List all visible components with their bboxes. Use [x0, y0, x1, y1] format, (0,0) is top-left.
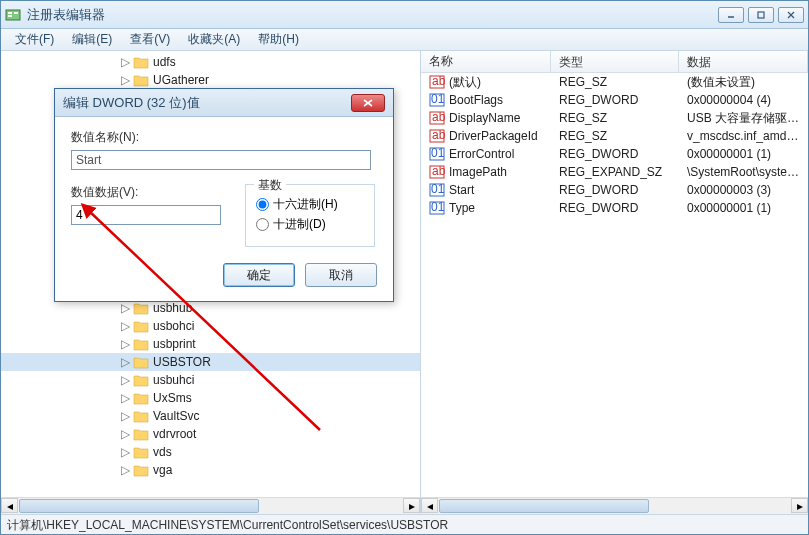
maximize-button[interactable]	[748, 7, 774, 23]
tree-item-vaultsvc[interactable]: ▷VaultSvc	[1, 407, 420, 425]
svg-rect-1	[8, 12, 12, 14]
cell-name: 011BootFlags	[421, 93, 551, 107]
cell-type: REG_DWORD	[551, 201, 679, 215]
cancel-button[interactable]: 取消	[305, 263, 377, 287]
edit-dword-dialog: 编辑 DWORD (32 位)值 数值名称(N): 数值数据(V): 基数 十六…	[54, 88, 394, 302]
tree-item-label: UGatherer	[153, 73, 209, 87]
tree-item-label: vds	[153, 445, 172, 459]
scroll-right-icon[interactable]: ▸	[403, 498, 420, 513]
tree-item-vds[interactable]: ▷vds	[1, 443, 420, 461]
list-hscroll[interactable]: ◂ ▸	[421, 497, 808, 514]
svg-text:ab: ab	[432, 111, 445, 124]
svg-rect-2	[8, 15, 12, 17]
tree-item-uxsms[interactable]: ▷UxSms	[1, 389, 420, 407]
value-row[interactable]: 011ErrorControlREG_DWORD0x00000001 (1)	[421, 145, 808, 163]
window-buttons	[718, 7, 804, 23]
expander-icon[interactable]: ▷	[119, 320, 131, 332]
expander-icon[interactable]: ▷	[119, 356, 131, 368]
tree-item-label: usbohci	[153, 319, 194, 333]
tree-item-usbstor[interactable]: ▷USBSTOR	[1, 353, 420, 371]
radio-hex[interactable]: 十六进制(H)	[256, 196, 364, 213]
col-type[interactable]: 类型	[551, 51, 679, 72]
tree-item-udfs[interactable]: ▷udfs	[1, 53, 420, 71]
expander-icon[interactable]: ▷	[119, 410, 131, 422]
list-header: 名称 类型 数据	[421, 51, 808, 73]
menu-favorites[interactable]: 收藏夹(A)	[180, 29, 248, 50]
tree-item-vdrvroot[interactable]: ▷vdrvroot	[1, 425, 420, 443]
col-name[interactable]: 名称	[421, 51, 551, 72]
expander-icon[interactable]: ▷	[119, 74, 131, 86]
titlebar: 注册表编辑器	[1, 1, 808, 29]
svg-text:011: 011	[431, 93, 445, 106]
tree-hscroll[interactable]: ◂ ▸	[1, 497, 420, 514]
tree-item-label: usbuhci	[153, 373, 194, 387]
dialog-body: 数值名称(N): 数值数据(V): 基数 十六进制(H) 十进制(D) 确定	[55, 117, 393, 301]
radio-hex-input[interactable]	[256, 198, 269, 211]
value-row[interactable]: abDisplayNameREG_SZUSB 大容量存储驱动程序	[421, 109, 808, 127]
cell-data: USB 大容量存储驱动程序	[679, 110, 808, 127]
value-row[interactable]: 011StartREG_DWORD0x00000003 (3)	[421, 181, 808, 199]
expander-icon[interactable]: ▷	[119, 446, 131, 458]
cell-type: REG_DWORD	[551, 183, 679, 197]
radio-dec[interactable]: 十进制(D)	[256, 216, 364, 233]
svg-text:011: 011	[431, 147, 445, 160]
tree-item-label: usbprint	[153, 337, 196, 351]
close-button[interactable]	[778, 7, 804, 23]
cell-data: \SystemRoot\system32	[679, 165, 808, 179]
menu-file[interactable]: 文件(F)	[7, 29, 62, 50]
tree-item-ugatherer[interactable]: ▷UGatherer	[1, 71, 420, 89]
tree-item-vga[interactable]: ▷vga	[1, 461, 420, 479]
svg-rect-5	[758, 12, 764, 18]
menu-edit[interactable]: 编辑(E)	[64, 29, 120, 50]
col-data[interactable]: 数据	[679, 51, 808, 72]
scroll-thumb[interactable]	[19, 499, 259, 513]
menu-help[interactable]: 帮助(H)	[250, 29, 307, 50]
value-data-field[interactable]	[71, 205, 221, 225]
expander-icon[interactable]: ▷	[119, 464, 131, 476]
scroll-right-icon[interactable]: ▸	[791, 498, 808, 513]
ok-button[interactable]: 确定	[223, 263, 295, 287]
cell-type: REG_EXPAND_SZ	[551, 165, 679, 179]
tree-item-label: UxSms	[153, 391, 192, 405]
value-row[interactable]: abImagePathREG_EXPAND_SZ\SystemRoot\syst…	[421, 163, 808, 181]
expander-icon[interactable]: ▷	[119, 302, 131, 314]
minimize-button[interactable]	[718, 7, 744, 23]
dialog-close-button[interactable]	[351, 94, 385, 112]
cell-name: abDriverPackageId	[421, 129, 551, 143]
value-row[interactable]: 011BootFlagsREG_DWORD0x00000004 (4)	[421, 91, 808, 109]
tree-item-label: vdrvroot	[153, 427, 196, 441]
value-data-label: 数值数据(V):	[71, 184, 221, 201]
tree-item-usbohci[interactable]: ▷usbohci	[1, 317, 420, 335]
tree-item-usbprint[interactable]: ▷usbprint	[1, 335, 420, 353]
value-name-label: 数值名称(N):	[71, 129, 377, 146]
value-row[interactable]: abDriverPackageIdREG_SZv_mscdsc.inf_amd6…	[421, 127, 808, 145]
scroll-left-icon[interactable]: ◂	[421, 498, 438, 513]
expander-icon[interactable]: ▷	[119, 428, 131, 440]
menu-view[interactable]: 查看(V)	[122, 29, 178, 50]
statusbar: 计算机\HKEY_LOCAL_MACHINE\SYSTEM\CurrentCon…	[1, 514, 808, 534]
expander-icon[interactable]: ▷	[119, 338, 131, 350]
scroll-left-icon[interactable]: ◂	[1, 498, 18, 513]
value-name-field[interactable]	[71, 150, 371, 170]
value-row[interactable]: 011TypeREG_DWORD0x00000001 (1)	[421, 199, 808, 217]
radio-dec-input[interactable]	[256, 218, 269, 231]
tree-item-usbuhci[interactable]: ▷usbuhci	[1, 371, 420, 389]
expander-icon[interactable]: ▷	[119, 374, 131, 386]
cell-name: abImagePath	[421, 165, 551, 179]
tree-item-label: usbhub	[153, 301, 192, 315]
menubar: 文件(F) 编辑(E) 查看(V) 收藏夹(A) 帮助(H)	[1, 29, 808, 51]
expander-icon[interactable]: ▷	[119, 56, 131, 68]
expander-icon[interactable]: ▷	[119, 392, 131, 404]
cell-data: 0x00000003 (3)	[679, 183, 808, 197]
tree-item-label: vga	[153, 463, 172, 477]
value-row[interactable]: ab(默认)REG_SZ(数值未设置)	[421, 73, 808, 91]
scroll-thumb[interactable]	[439, 499, 649, 513]
list-body[interactable]: ab(默认)REG_SZ(数值未设置)011BootFlagsREG_DWORD…	[421, 73, 808, 497]
cell-data: 0x00000001 (1)	[679, 147, 808, 161]
radio-dec-label: 十进制(D)	[273, 216, 326, 233]
dialog-title: 编辑 DWORD (32 位)值	[63, 94, 351, 112]
tree-item-label: udfs	[153, 55, 176, 69]
radio-hex-label: 十六进制(H)	[273, 196, 338, 213]
cell-data: 0x00000004 (4)	[679, 93, 808, 107]
cell-data: v_mscdsc.inf_amd64_ne	[679, 129, 808, 143]
